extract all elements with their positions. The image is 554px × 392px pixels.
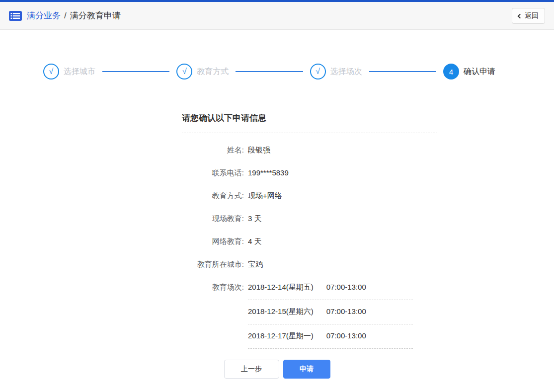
field-education-city: 教育所在城市: 宝鸡 <box>182 258 437 270</box>
field-value: 4 天 <box>248 235 262 247</box>
apply-button[interactable]: 申请 <box>283 360 330 379</box>
step-education-mode: √ 教育方式 <box>176 64 229 79</box>
list-icon <box>9 11 22 21</box>
field-education-sessions: 教育场次: 2018-12-14(星期五) 07:00-13:00 2018-1… <box>182 281 437 349</box>
back-button-label: 返回 <box>525 11 539 20</box>
step-connector <box>369 71 436 72</box>
step-number-badge: 4 <box>443 64 459 79</box>
field-value: 现场+网络 <box>248 190 282 202</box>
action-buttons: 上一步 申请 <box>0 360 554 379</box>
field-onsite-days: 现场教育: 3 天 <box>182 213 437 225</box>
step-check-icon: √ <box>176 64 192 79</box>
field-label: 姓名: <box>182 144 244 156</box>
panel-title: 请您确认以下申请信息 <box>182 112 437 133</box>
field-value: 段银强 <box>248 144 270 156</box>
field-phone: 联系电话: 199****5839 <box>182 167 437 179</box>
breadcrumb-separator: / <box>64 11 67 21</box>
header-bar: 满分业务 / 满分教育申请 返回 <box>0 2 554 30</box>
breadcrumb-root[interactable]: 满分业务 <box>27 10 61 21</box>
confirmation-panel: 请您确认以下申请信息 姓名: 段银强 联系电话: 199****5839 教育方… <box>182 112 437 349</box>
step-select-city: √ 选择城市 <box>43 64 95 79</box>
field-label: 联系电话: <box>182 167 244 179</box>
session-date: 2018-12-15(星期六) <box>248 306 314 317</box>
field-label: 教育场次: <box>182 281 244 349</box>
step-select-session: √ 选择场次 <box>310 64 362 79</box>
step-check-icon: √ <box>310 64 326 79</box>
back-button[interactable]: 返回 <box>512 8 545 24</box>
field-label: 教育所在城市: <box>182 258 244 270</box>
session-time: 07:00-13:00 <box>326 330 366 342</box>
session-row: 2018-12-17(星期一) 07:00-13:00 <box>248 330 413 349</box>
previous-step-button[interactable]: 上一步 <box>224 360 279 379</box>
session-list: 2018-12-14(星期五) 07:00-13:00 2018-12-15(星… <box>248 281 413 349</box>
field-value: 3 天 <box>248 213 262 225</box>
step-connector <box>102 71 169 72</box>
step-check-icon: √ <box>43 64 59 79</box>
field-label: 网络教育: <box>182 235 244 247</box>
step-label: 教育方式 <box>197 67 229 77</box>
step-label: 确认申请 <box>464 67 495 77</box>
step-confirm-application: 4 确认申请 <box>443 64 495 79</box>
chevron-left-icon <box>518 13 523 18</box>
field-name: 姓名: 段银强 <box>182 144 437 156</box>
step-connector <box>236 71 303 72</box>
field-label: 教育方式: <box>182 190 244 202</box>
session-row: 2018-12-14(星期五) 07:00-13:00 <box>248 281 413 300</box>
breadcrumb-current: 满分教育申请 <box>70 10 121 21</box>
session-date: 2018-12-14(星期五) <box>248 281 314 293</box>
session-row: 2018-12-15(星期六) 07:00-13:00 <box>248 306 413 324</box>
field-education-mode: 教育方式: 现场+网络 <box>182 190 437 202</box>
field-label: 现场教育: <box>182 213 244 225</box>
session-date: 2018-12-17(星期一) <box>248 330 314 342</box>
step-wizard: √ 选择城市 √ 教育方式 √ 选择场次 4 确认申请 <box>43 64 495 79</box>
field-value: 宝鸡 <box>248 258 263 270</box>
field-online-days: 网络教育: 4 天 <box>182 235 437 247</box>
session-time: 07:00-13:00 <box>326 281 366 293</box>
field-value: 199****5839 <box>248 167 289 179</box>
step-label: 选择城市 <box>64 67 95 77</box>
session-time: 07:00-13:00 <box>326 306 366 317</box>
step-label: 选择场次 <box>330 67 362 77</box>
